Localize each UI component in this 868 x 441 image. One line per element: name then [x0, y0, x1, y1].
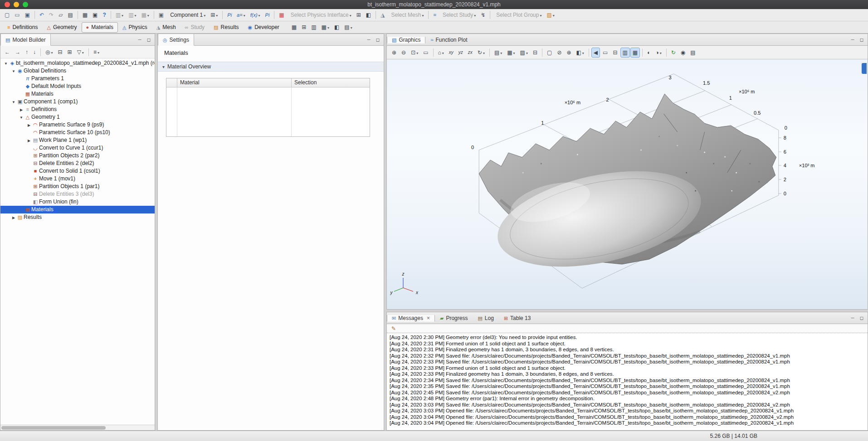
tree-item[interactable]: Partition Objects 2 (par2) [0, 152, 155, 160]
multiphysics-icon[interactable]: ◧ [364, 10, 373, 20]
material-overview-section-header[interactable]: Material Overview [158, 62, 384, 72]
tree-item[interactable]: Definitions [0, 106, 155, 113]
detach-panel-icon[interactable] [858, 315, 865, 320]
pan-icon[interactable]: ▭ [600, 48, 610, 58]
table-view-icon[interactable]: ▦ [630, 48, 640, 58]
paste-icon[interactable]: ▤ [65, 10, 75, 20]
plot-dropdown[interactable]: Select Plot Group [493, 10, 544, 20]
color-legend-icon[interactable]: ◐ [645, 48, 653, 58]
layout-two-icon[interactable]: ▥ [126, 10, 138, 20]
desktop-layout-icon[interactable]: ▦ [289, 22, 299, 32]
separator[interactable] [642, 48, 643, 57]
clear-messages-icon[interactable] [389, 324, 398, 334]
image-settings-icon[interactable]: ▨ [518, 48, 530, 58]
zoom-box-icon[interactable]: ▭ [421, 48, 430, 58]
separator[interactable] [34, 11, 35, 19]
separator[interactable] [589, 48, 589, 57]
collapse-all-icon[interactable]: ⊟ [56, 47, 65, 57]
tree-item[interactable]: Delete Entities 2 (del2) [0, 160, 155, 167]
minimize-panel-icon[interactable] [849, 315, 856, 320]
build-mesh-icon[interactable]: ◮ [378, 10, 387, 20]
variables-icon[interactable]: a= [234, 10, 248, 20]
tab-table13[interactable]: Table 13 [499, 315, 536, 321]
tab-model-builder[interactable]: Model Builder [0, 34, 51, 46]
go-to-default-view-icon[interactable]: ⌂ [436, 48, 446, 58]
tree-item[interactable]: Geometry 1 [0, 113, 155, 121]
physics-dropdown[interactable]: Select Physics Interface [287, 10, 354, 20]
tree-item[interactable]: Work Plane 1 (wp1) [0, 136, 155, 144]
print-icon[interactable]: ▤ [688, 48, 697, 58]
select-mode-icon[interactable]: ◧ [574, 48, 586, 58]
separator[interactable] [274, 11, 274, 19]
minimize-panel-icon[interactable] [849, 37, 856, 42]
update-plot-icon[interactable]: ↻ [669, 48, 678, 58]
scene-settings-icon[interactable]: ▦ [505, 48, 517, 58]
toolbar-options-icon[interactable]: ◧ [332, 22, 341, 32]
column-header-selection[interactable]: Selection [292, 78, 370, 87]
view-zx-icon[interactable]: zx [466, 48, 475, 58]
tree-menu-icon[interactable]: ≡ [91, 47, 102, 57]
tree-item[interactable]: Partition Objects 1 (par1) [0, 183, 155, 190]
select-box-icon[interactable]: ▢ [545, 48, 554, 58]
move-up-icon[interactable]: ↑ [23, 47, 30, 57]
case-icon[interactable]: Pi [263, 10, 272, 20]
tab-definitions[interactable]: ≡ Definitions [3, 22, 42, 33]
add-window-icon[interactable]: ⊞ [299, 22, 308, 32]
component-dropdown[interactable]: Component 1 [166, 10, 208, 20]
tree-item[interactable]: Delete Entities 3 (del3) [0, 190, 155, 198]
measure-icon[interactable]: ⊟ [531, 48, 540, 58]
minimize-panel-icon[interactable] [137, 37, 143, 42]
tab-graphics[interactable]: Graphics [387, 37, 425, 44]
view-yz-icon[interactable]: yz [456, 48, 465, 58]
detach-panel-icon[interactable] [858, 37, 865, 42]
disclosure-arrow-icon[interactable] [11, 98, 16, 106]
zoom-window-button[interactable] [23, 2, 28, 7]
add-multiphysics-icon[interactable]: ⊞ [354, 10, 363, 20]
close-icon[interactable] [427, 315, 430, 321]
orbit-icon[interactable]: ◀ [591, 48, 600, 58]
section-collapse-icon[interactable] [162, 63, 165, 70]
add-plot-icon[interactable]: ▨ [544, 10, 556, 20]
tab-materials[interactable]: ● Materials [82, 22, 118, 33]
detach-panel-icon[interactable] [146, 37, 152, 42]
tree-item[interactable]: Materials [0, 206, 155, 213]
layout-reset-icon[interactable]: ▦ [139, 10, 151, 20]
messages-log[interactable]: [Aug 24, 2020 2:30 PM] Geometry error (d… [387, 333, 868, 430]
separator[interactable] [375, 11, 376, 19]
show-icon[interactable]: ◎ [43, 47, 55, 57]
tab-geometry[interactable]: △ Geometry [42, 22, 81, 33]
tab-developer[interactable]: ◉ Developer [244, 22, 284, 33]
display-options-icon[interactable]: ▦ [80, 10, 90, 20]
undo-icon[interactable]: ↶ [37, 10, 46, 20]
tab-progress[interactable]: Progress [435, 315, 473, 321]
separator[interactable] [222, 11, 223, 19]
zoom-selected-icon[interactable]: ⊕ [564, 48, 573, 58]
reset-desktop-icon[interactable]: ▦ [319, 22, 332, 32]
scrollbar-thumb[interactable] [1, 426, 106, 430]
get-initial-value-icon[interactable]: ↯ [478, 10, 488, 20]
separator[interactable] [78, 11, 78, 19]
disclosure-arrow-icon[interactable] [19, 106, 24, 113]
separator[interactable] [428, 11, 429, 19]
rotate-view-icon[interactable]: ↻ [475, 48, 487, 58]
tile-windows-icon[interactable]: ▥ [309, 22, 318, 32]
tab-physics[interactable]: ◬ Physics [118, 22, 152, 33]
expand-all-icon[interactable]: ⊞ [65, 47, 74, 57]
study-dropdown[interactable]: Select Study [439, 10, 478, 20]
plot-panel-toggle-button[interactable] [862, 63, 867, 74]
mesh-dropdown[interactable]: Select Mesh [387, 10, 426, 20]
windows-menu-icon[interactable]: ▤ [342, 22, 354, 32]
disclosure-arrow-icon[interactable] [11, 213, 16, 221]
disclosure-arrow-icon[interactable] [26, 136, 32, 144]
forward-icon[interactable]: → [13, 47, 23, 57]
tab-settings[interactable]: Settings [158, 34, 194, 46]
separator[interactable] [433, 48, 434, 57]
tree-item[interactable]: Component 1 (comp1) [0, 98, 155, 106]
tree-item[interactable]: Parametric Surface 9 (ps9) [0, 121, 155, 129]
close-window-button[interactable] [5, 2, 10, 7]
add-physics-icon[interactable]: ▦ [277, 10, 286, 20]
tree-item[interactable]: Materials [0, 90, 155, 98]
tab-log[interactable]: Log [473, 315, 498, 321]
redo-icon[interactable]: ↷ [47, 10, 56, 20]
tree-item[interactable]: Parameters 1 [0, 75, 155, 82]
